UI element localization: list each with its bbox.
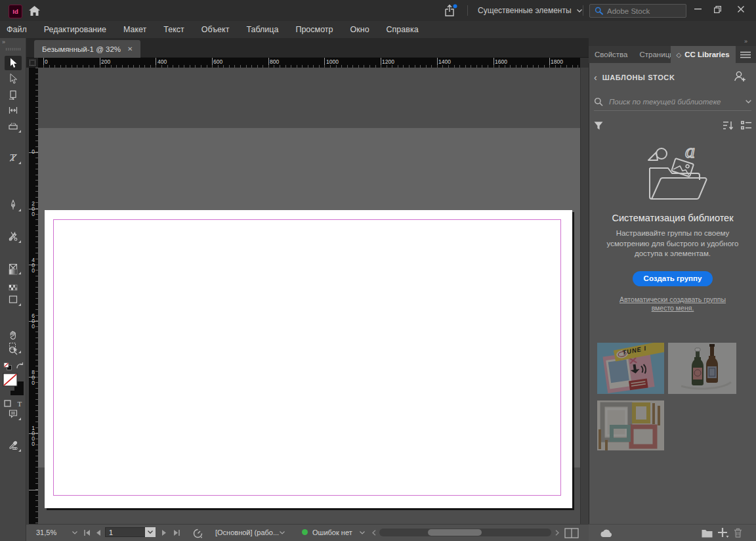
last-page-button[interactable] <box>173 530 180 536</box>
restore-button[interactable] <box>706 0 728 18</box>
gradient-feather-tool[interactable] <box>0 280 26 295</box>
formatting-affects-text-icon[interactable]: T <box>16 399 24 407</box>
panel-collapse-icon[interactable]: » <box>744 38 747 45</box>
next-page-button[interactable] <box>161 530 167 536</box>
library-item-tune-in-collage[interactable]: TUNE I <box>597 343 664 394</box>
zoom-level-chevron-icon[interactable] <box>72 531 77 534</box>
scissors-tool[interactable] <box>0 228 26 244</box>
horizontal-scrollbar-thumb[interactable] <box>428 529 482 536</box>
menu-table[interactable]: Таблица <box>246 25 278 34</box>
invite-people-icon[interactable] <box>734 70 746 82</box>
first-page-button[interactable] <box>84 530 91 536</box>
preflight-status-text[interactable]: Ошибок нет <box>312 529 352 536</box>
ruler-origin-box[interactable] <box>26 58 38 68</box>
create-group-button[interactable]: Создать группу <box>633 271 713 286</box>
split-view-icon[interactable] <box>564 528 579 538</box>
panel-menu-icon[interactable] <box>739 50 752 59</box>
vertical-scrollbar[interactable] <box>580 68 589 524</box>
menu-bar: Файл Редактирование Макет Текст Объект Т… <box>0 21 756 38</box>
selection-tool[interactable] <box>0 55 26 71</box>
tools-collapse-icon[interactable]: » <box>2 39 5 45</box>
preflight-gauge-icon[interactable] <box>192 528 203 539</box>
master-page-indicator[interactable]: [Основной] (рабо... <box>215 529 279 536</box>
auto-create-groups-link[interactable]: Автоматически создавать группы вместо ме… <box>594 295 751 313</box>
tab-properties[interactable]: Свойства <box>589 46 634 63</box>
content-collector-tool[interactable] <box>0 118 26 134</box>
scroll-left-arrow[interactable] <box>372 530 376 536</box>
line-tool[interactable] <box>0 150 26 165</box>
hand-tool[interactable] <box>0 327 26 343</box>
workspace-switcher[interactable]: Существенные элементы <box>474 0 586 21</box>
filter-funnel-icon[interactable] <box>594 121 603 130</box>
indesign-window: Id Существенные элементы Adobe Stock <box>0 0 756 541</box>
menu-object[interactable]: Объект <box>201 25 230 34</box>
zoom-level-value[interactable]: 31,5% <box>36 529 56 536</box>
document-tab[interactable]: Безымянный-1 @ 32% ✕ <box>34 40 140 58</box>
tab-pages[interactable]: Страницы <box>634 46 671 63</box>
document-tab-title: Безымянный-1 @ 32% <box>42 45 121 53</box>
adobe-stock-search-input[interactable]: Adobe Stock <box>589 4 686 18</box>
close-button[interactable] <box>730 0 752 18</box>
workspace-label: Существенные элементы <box>478 6 572 15</box>
stock-search-placeholder: Adobe Stock <box>607 7 650 15</box>
document-canvas[interactable] <box>38 68 580 524</box>
sync-cloud-icon[interactable] <box>600 529 614 538</box>
menu-layout[interactable]: Макет <box>123 25 146 34</box>
pasteboard[interactable] <box>38 128 580 467</box>
horizontal-ruler[interactable]: 0 200 400 600 800 1000 1200 1400 1600 18… <box>38 58 580 68</box>
menu-window[interactable]: Окно <box>350 25 369 34</box>
trash-icon[interactable] <box>734 528 742 538</box>
panel-header-strip <box>589 38 756 46</box>
margin-guides <box>53 219 561 496</box>
page-spread[interactable] <box>45 210 572 508</box>
menu-edit[interactable]: Редактирование <box>44 25 106 34</box>
back-chevron-icon[interactable]: ‹ <box>594 72 597 83</box>
master-page-chevron-icon[interactable] <box>280 531 285 534</box>
page-number-dropdown[interactable] <box>145 527 156 537</box>
tab-cc-libraries[interactable]: ◇ CC Libraries <box>671 46 736 63</box>
empty-state-title: Систематизация библиотек <box>594 213 751 223</box>
organize-libraries-illustration: a <box>634 141 711 204</box>
preflight-chevron-icon[interactable] <box>360 531 365 534</box>
gradient-swatch-tool[interactable] <box>0 264 26 280</box>
tools-drag-handle[interactable] <box>6 48 20 51</box>
swap-fill-stroke-icon[interactable] <box>16 362 24 370</box>
share-icon[interactable] <box>442 4 458 17</box>
page-tool[interactable] <box>0 87 26 102</box>
gap-tool[interactable] <box>0 102 26 118</box>
formatting-affects-row: T <box>4 399 24 407</box>
color-theme-eyedropper-tool[interactable] <box>0 437 26 453</box>
menu-view[interactable]: Просмотр <box>295 25 333 34</box>
minimize-button[interactable] <box>686 0 709 18</box>
panel-tab-bar: Свойства Страницы ◇ CC Libraries <box>589 46 756 63</box>
sync-status-icon: ◇ <box>677 51 682 58</box>
sort-icon[interactable] <box>723 121 734 130</box>
page-number-input[interactable]: 1 <box>105 527 146 537</box>
menu-help[interactable]: Справка <box>387 25 419 34</box>
new-library-folder-icon[interactable] <box>702 529 713 538</box>
home-icon[interactable] <box>27 5 41 16</box>
menu-file[interactable]: Файл <box>7 25 27 34</box>
tab-close-icon[interactable]: ✕ <box>127 45 133 53</box>
previous-page-button[interactable] <box>96 530 101 536</box>
note-tool[interactable] <box>0 406 26 422</box>
default-fill-stroke-icon[interactable] <box>3 362 12 371</box>
vertical-ruler[interactable]: 0 200 400 600 800 1000 <box>29 68 38 524</box>
list-view-icon[interactable] <box>741 121 751 130</box>
pen-tool[interactable] <box>0 197 26 213</box>
library-item-picture-frames[interactable] <box>597 400 664 450</box>
search-scope-chevron-icon[interactable] <box>746 100 751 104</box>
zoom-tool[interactable] <box>0 343 26 358</box>
search-icon <box>595 7 603 15</box>
library-search-input[interactable]: Поиск по текущей библиотеке <box>594 93 751 111</box>
menu-type[interactable]: Текст <box>163 25 184 34</box>
search-placeholder: Поиск по текущей библиотеке <box>609 98 740 106</box>
formatting-affects-container-icon[interactable] <box>4 400 11 407</box>
add-item-icon[interactable] <box>718 528 729 538</box>
vertical-scrollbar-thumb[interactable] <box>582 72 587 498</box>
scroll-right-arrow[interactable] <box>555 530 559 536</box>
stroke-swatch-black[interactable] <box>3 373 24 396</box>
library-item-bottles-photo[interactable] <box>668 343 736 394</box>
library-title: ШАБЛОНЫ STOCK <box>602 74 675 81</box>
direct-selection-tool[interactable] <box>0 71 26 87</box>
